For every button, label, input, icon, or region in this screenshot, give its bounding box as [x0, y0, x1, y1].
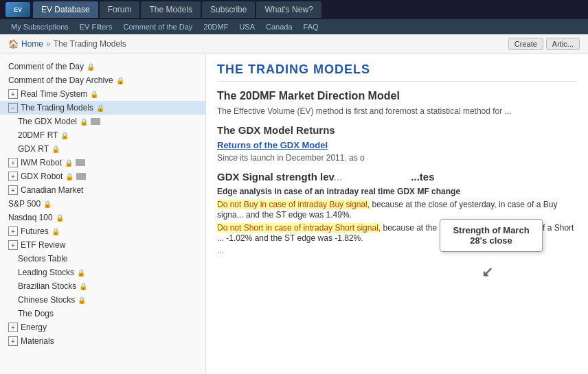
sidebar-item-brazilian-stocks[interactable]: Brazilian Stocks 🔒 [0, 279, 205, 293]
create-button[interactable]: Create [508, 38, 543, 50]
expand-icon: + [8, 158, 18, 167]
expand-icon: + [8, 323, 18, 332]
sidebar: Comment of the Day 🔒 Comment of the Day … [0, 54, 206, 374]
tooltip-text: Strength of March 28's close [453, 225, 529, 246]
tab-whats-new[interactable]: What's New? [256, 1, 321, 18]
highlight-row-1: Do not Buy in case of intraday Buy signa… [217, 199, 577, 220]
section2-text: Since its launch in December 2011, as o [217, 153, 577, 163]
sidebar-label: Energy [21, 323, 47, 332]
edge-heading: Edge analysis in case of an intraday rea… [217, 187, 577, 196]
sidebar-item-futures[interactable]: + Futures 🔒 [0, 224, 205, 238]
lock-icon: 🔒 [56, 214, 64, 222]
sidebar-label: GDX Robot [21, 172, 63, 181]
sidebar-item-gdx-rt[interactable]: GDX RT 🔒 [0, 142, 205, 156]
nav-ev-filters[interactable]: EV Filters [74, 19, 118, 34]
sidebar-label: 20DMF RT [18, 130, 58, 140]
main-layout: Comment of the Day 🔒 Comment of the Day … [0, 54, 588, 374]
breadcrumb-actions: Create Artic... [508, 38, 580, 50]
lock-icon: 🔒 [80, 118, 88, 126]
breadcrumb: 🏠 Home » The Trading Models Create Artic… [0, 34, 588, 54]
chart-icon [76, 159, 85, 166]
sidebar-item-20dmf-rt[interactable]: 20DMF RT 🔒 [0, 128, 205, 142]
sidebar-label: Materials [21, 336, 54, 346]
lock-icon: 🔒 [90, 91, 98, 98]
breadcrumb-separator: » [46, 39, 51, 49]
nav-faq[interactable]: FAQ [298, 19, 324, 34]
sidebar-item-leading-stocks[interactable]: Leading Stocks 🔒 [0, 266, 205, 279]
sidebar-item-nasdaq100[interactable]: Nasdaq 100 🔒 [0, 211, 205, 224]
lock-icon: 🔒 [60, 132, 69, 139]
lock-icon: 🔒 [96, 104, 104, 112]
breadcrumb-current: The Trading Models [54, 39, 126, 49]
sidebar-item-trading-models[interactable]: − The Trading Models 🔒 [0, 101, 205, 115]
sidebar-label: Chinese Stocks [18, 295, 75, 305]
lock-icon: 🔒 [65, 159, 73, 167]
sidebar-label: Canadian Market [21, 185, 83, 195]
top-navigation: EV EV Database Forum The Models Subscrib… [0, 0, 588, 19]
nav-usa[interactable]: USA [234, 19, 260, 34]
nav-20dmf[interactable]: 20DMF [198, 19, 234, 34]
sidebar-label: Nasdaq 100 [8, 213, 53, 222]
sidebar-label: IWM Robot [21, 158, 62, 167]
nav-my-subscriptions[interactable]: My Subscriptions [5, 19, 74, 34]
sidebar-item-comment-archive[interactable]: Comment of the Day Archive 🔒 [0, 73, 205, 87]
breadcrumb-path: 🏠 Home » The Trading Models [8, 39, 126, 49]
section2-heading: The GDX Model Returns [217, 124, 577, 136]
lock-icon: 🔒 [77, 269, 85, 277]
sidebar-item-gdx-model[interactable]: The GDX Model 🔒 [0, 115, 205, 128]
tab-subscribe[interactable]: Subscribe [202, 1, 255, 18]
tab-ev-database[interactable]: EV Database [33, 1, 98, 18]
logo: EV [5, 2, 30, 17]
breadcrumb-home[interactable]: Home [21, 39, 43, 49]
sidebar-label: The Dogs [18, 309, 54, 318]
lock-icon: 🔒 [79, 283, 87, 290]
sidebar-label: The GDX Model [18, 117, 77, 126]
expand-icon: + [8, 336, 18, 346]
nav-canada[interactable]: Canada [260, 19, 298, 34]
sidebar-item-the-dogs[interactable]: The Dogs [0, 307, 205, 320]
chart-icon [76, 173, 86, 180]
signal-heading: GDX Signal strength lev... ...tes [217, 171, 577, 183]
sidebar-label: Comment of the Day [8, 62, 84, 71]
sidebar-label: Comment of the Day Archive [8, 75, 113, 85]
sidebar-item-canadian-market[interactable]: + Canadian Market [0, 183, 205, 197]
sidebar-label: ETF Review [21, 240, 65, 250]
tab-the-models[interactable]: The Models [141, 1, 201, 18]
sidebar-item-sectors-table[interactable]: Sectors Table [0, 252, 205, 266]
logo-text: EV [14, 6, 22, 13]
sidebar-item-gdx-robot[interactable]: + GDX Robot 🔒 [0, 170, 205, 183]
sidebar-label: Leading Stocks [18, 268, 74, 277]
expand-icon: − [8, 103, 18, 113]
lock-icon: 🔒 [65, 173, 74, 180]
article-button[interactable]: Artic... [546, 38, 580, 50]
sidebar-item-sp500[interactable]: S&P 500 🔒 [0, 197, 205, 211]
sidebar-label: Futures [21, 226, 49, 236]
lock-icon: 🔒 [43, 200, 52, 208]
sidebar-label: Sectors Table [18, 254, 68, 264]
chart-icon [91, 118, 100, 125]
sidebar-label: The Trading Models [21, 103, 93, 113]
sidebar-item-real-time-system[interactable]: + Real Time System 🔒 [0, 87, 205, 101]
sidebar-item-comment-of-day[interactable]: Comment of the Day 🔒 [0, 60, 205, 73]
nav-comment-of-day[interactable]: Comment of the Day [117, 19, 198, 34]
tab-forum[interactable]: Forum [100, 1, 140, 18]
lock-icon: 🔒 [116, 77, 124, 84]
sidebar-item-etf-review[interactable]: + ETF Review [0, 238, 205, 252]
expand-icon: + [8, 172, 18, 181]
highlight-buy-signal: Do not Buy in case of intraday Buy signa… [217, 200, 370, 209]
page-title: THE TRADING MODELS [217, 62, 577, 82]
section2-subheading[interactable]: Returns of the GDX Model [217, 140, 577, 150]
sidebar-item-chinese-stocks[interactable]: Chinese Stocks 🔒 [0, 293, 205, 307]
sidebar-item-materials[interactable]: + Materials [0, 334, 205, 348]
lock-icon: 🔒 [87, 63, 95, 71]
sidebar-label: S&P 500 [8, 199, 41, 209]
secondary-navigation: My Subscriptions EV Filters Comment of t… [0, 19, 588, 34]
sidebar-item-energy[interactable]: + Energy [0, 320, 205, 334]
sidebar-label: Real Time System [21, 89, 87, 99]
expand-icon: + [8, 240, 18, 250]
lock-icon: 🔒 [52, 145, 60, 153]
sidebar-item-iwm-robot[interactable]: + IWM Robot 🔒 [0, 156, 205, 170]
tooltip-box: Strength of March 28's close ↙ [440, 219, 543, 252]
highlight-short-signal: Do not Short in case of intraday Short s… [217, 223, 381, 233]
sidebar-label: GDX RT [18, 144, 49, 154]
